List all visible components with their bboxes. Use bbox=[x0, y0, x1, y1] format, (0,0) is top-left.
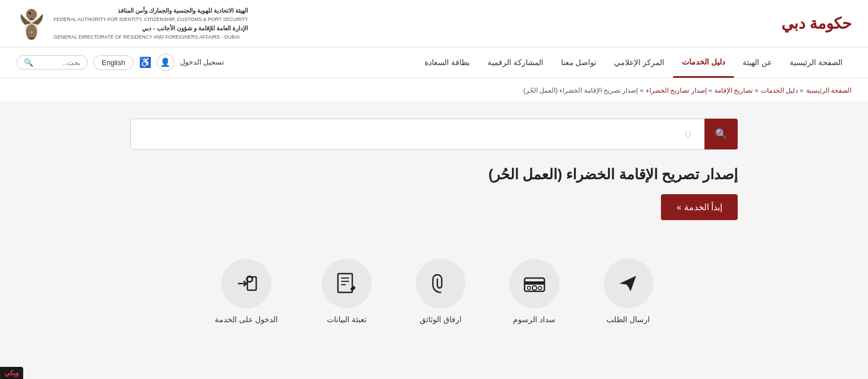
logo-arabic-text: حكومة دبي bbox=[781, 14, 851, 33]
accessibility-icon[interactable]: ♿ bbox=[139, 56, 151, 68]
authority-arabic: الهيئة الاتحادية للهوية والجنسية والجمار… bbox=[54, 6, 248, 16]
page-title: إصدار تصريح الإقامة الخضراء (العمل الحُر… bbox=[130, 166, 738, 183]
step-fill-data-label: تعبئة البيانات bbox=[327, 315, 367, 324]
breadcrumb: الصفحة الرئيسية » دليل الخدمات » تصاريح … bbox=[0, 78, 868, 102]
step-attach-docs-label: ارفاق الوثائق bbox=[420, 315, 462, 324]
main-navbar: الصفحة الرئيسية عن الهيئة دليل الخدمات ا… bbox=[0, 47, 868, 78]
nav-item-media[interactable]: المركز الإعلامي bbox=[605, 47, 673, 78]
step-pay-fees-label: سداد الرسوم bbox=[513, 315, 555, 324]
authority-bird-logo: ✦ bbox=[17, 6, 47, 41]
page-search-bar[interactable] bbox=[130, 119, 705, 150]
person-icon: 👤 bbox=[160, 57, 171, 67]
svg-point-4 bbox=[29, 12, 31, 14]
search-input[interactable] bbox=[36, 58, 81, 67]
start-service-button[interactable]: إبدأ الخدمة » bbox=[661, 194, 738, 220]
steps-row: الدخول على الخدمة تعبئة البيانات bbox=[103, 259, 765, 324]
nav-utilities: 🔍 English ♿ 👤 تسجيل الدخول bbox=[17, 54, 224, 71]
authority-english-1: FEDERAL AUTHORITY FOR IDENTITY, CITIZENS… bbox=[54, 15, 248, 23]
nav-item-happiness[interactable]: بطاقة السعادة bbox=[416, 47, 479, 78]
search-icon: 🔍 bbox=[24, 58, 33, 67]
step-login-label: الدخول على الخدمة bbox=[215, 315, 278, 324]
authority-text-block: الهيئة الاتحادية للهوية والجنسية والجمار… bbox=[54, 6, 248, 41]
step-login: الدخول على الخدمة bbox=[215, 259, 278, 324]
nav-item-contact[interactable]: تواصل معنا bbox=[552, 47, 606, 78]
svg-point-17 bbox=[538, 286, 542, 290]
search-circle-icon bbox=[685, 131, 691, 137]
svg-text:✦: ✦ bbox=[29, 29, 34, 35]
dubai-logo: حكومة دبي bbox=[781, 14, 851, 33]
authority-english-2: GENERAL DIRECTORATE OF RESIDENCY AND FOR… bbox=[54, 33, 248, 41]
nav-item-home[interactable]: الصفحة الرئيسية bbox=[781, 47, 851, 78]
breadcrumb-services[interactable]: دليل الخدمات bbox=[761, 87, 798, 94]
step-pay-fees-icon bbox=[510, 259, 559, 308]
search-box[interactable]: 🔍 bbox=[17, 55, 88, 70]
nav-item-digital[interactable]: المشاركة الرقمية bbox=[479, 47, 552, 78]
nav-item-services[interactable]: دليل الخدمات bbox=[673, 47, 734, 78]
login-button[interactable]: تسجيل الدخول bbox=[180, 58, 225, 67]
step-pay-fees: سداد الرسوم bbox=[510, 259, 559, 324]
start-button-container: إبدأ الخدمة » bbox=[130, 194, 738, 242]
nav-link-happiness[interactable]: بطاقة السعادة bbox=[416, 47, 479, 78]
step-send-request: ارسال الطلب bbox=[604, 259, 653, 324]
nav-link-about[interactable]: عن الهيئة bbox=[734, 47, 781, 78]
step-attach-docs: ارفاق الوثائق bbox=[416, 259, 465, 324]
breadcrumb-home[interactable]: الصفحة الرئيسية bbox=[806, 87, 851, 94]
nav-link-services[interactable]: دليل الخدمات bbox=[673, 47, 734, 78]
step-login-icon bbox=[221, 259, 271, 308]
svg-rect-14 bbox=[525, 281, 544, 285]
step-attach-docs-icon bbox=[416, 259, 465, 308]
nav-link-media[interactable]: المركز الإعلامي bbox=[605, 47, 673, 78]
step-fill-data-icon bbox=[322, 259, 372, 308]
authority-arabic-2: الإدارة العامة للإقامة و شؤون الأجانب - … bbox=[54, 24, 248, 34]
page-search-button[interactable]: 🔍 bbox=[705, 119, 738, 150]
site-header: حكومة دبي الهيئة الاتحادية للهوية والجنس… bbox=[0, 0, 868, 47]
nav-link-digital[interactable]: المشاركة الرقمية bbox=[479, 47, 552, 78]
nav-link-home[interactable]: الصفحة الرئيسية bbox=[781, 47, 851, 78]
authority-section: الهيئة الاتحادية للهوية والجنسية والجمار… bbox=[17, 6, 248, 41]
main-content: 🔍 إصدار تصريح الإقامة الخضراء (العمل الح… bbox=[0, 102, 868, 350]
step-send-request-icon bbox=[604, 259, 653, 308]
svg-point-16 bbox=[527, 286, 531, 290]
nav-links-list: الصفحة الرئيسية عن الهيئة دليل الخدمات ا… bbox=[416, 47, 851, 78]
breadcrumb-green[interactable]: إصدار تصاريح الخضراء bbox=[646, 87, 707, 94]
language-button[interactable]: English bbox=[93, 55, 134, 70]
svg-point-15 bbox=[532, 286, 537, 290]
step-send-request-label: ارسال الطلب bbox=[606, 315, 650, 324]
page-search-container: 🔍 bbox=[130, 119, 738, 150]
breadcrumb-current: إصدار تصريح الإقامة الخضراء (العمل الحُر… bbox=[523, 87, 638, 94]
breadcrumb-permits[interactable]: تصاريح الإقامة bbox=[714, 87, 753, 94]
step-fill-data: تعبئة البيانات bbox=[322, 259, 372, 324]
search-btn-icon: 🔍 bbox=[715, 128, 727, 140]
nav-item-about[interactable]: عن الهيئة bbox=[734, 47, 781, 78]
svg-rect-8 bbox=[338, 274, 352, 292]
nav-link-contact[interactable]: تواصل معنا bbox=[552, 47, 606, 78]
user-icon[interactable]: 👤 bbox=[157, 54, 174, 71]
logo-section: حكومة دبي bbox=[781, 14, 851, 33]
